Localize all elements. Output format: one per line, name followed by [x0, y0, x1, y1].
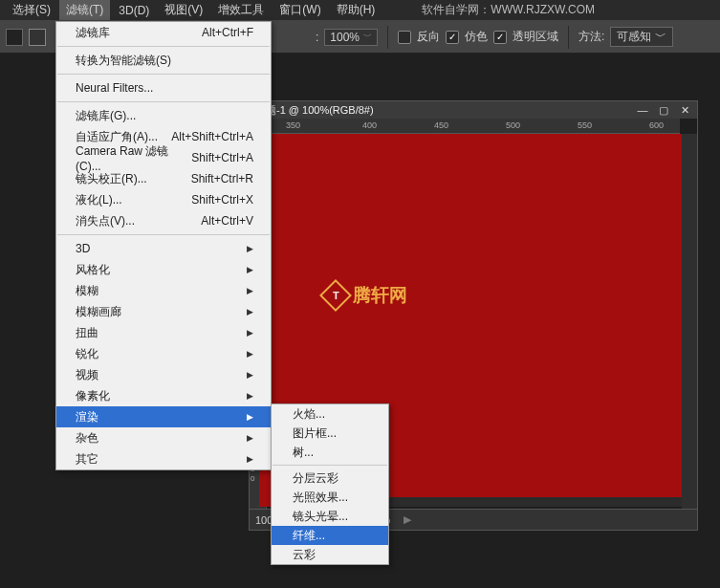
- menu-liquify[interactable]: 液化(L)... Shift+Ctrl+X: [56, 189, 271, 210]
- label: 滤镜库(G)...: [76, 108, 136, 124]
- submenu-pixelate[interactable]: 像素化: [56, 385, 271, 406]
- tool-icon-b[interactable]: [29, 29, 46, 46]
- menu-camera-raw[interactable]: Camera Raw 滤镜(C)... Shift+Ctrl+A: [56, 147, 271, 168]
- close-button[interactable]: ✕: [678, 104, 691, 116]
- menu-filter-gallery[interactable]: 滤镜库(G)...: [56, 105, 271, 126]
- submenu-video[interactable]: 视频: [56, 364, 271, 385]
- watermark-logo: 腾轩网: [324, 283, 407, 308]
- ruler-tick: 500: [506, 120, 520, 130]
- tool-icon-a[interactable]: [6, 29, 23, 46]
- label: 其它: [76, 451, 98, 468]
- method-value: 可感知: [617, 29, 651, 45]
- shortcut: Shift+Ctrl+R: [191, 172, 253, 185]
- menu-vanishing-point[interactable]: 消失点(V)... Alt+Ctrl+V: [56, 210, 271, 231]
- label: 树...: [293, 445, 314, 461]
- separator: [57, 46, 270, 47]
- submenu-blur[interactable]: 模糊: [56, 280, 271, 301]
- submenu-sharpen[interactable]: 锐化: [56, 343, 271, 364]
- ruler-tick: 600: [649, 120, 664, 130]
- label: 光照效果...: [293, 490, 348, 506]
- label: 镜头校正(R)...: [76, 171, 147, 187]
- label: 扭曲: [76, 325, 98, 341]
- separator: [57, 101, 270, 102]
- chevron-down-icon: ﹀: [363, 31, 372, 43]
- render-fibers[interactable]: 纤维...: [272, 526, 388, 545]
- label: 3D: [76, 242, 90, 255]
- render-submenu: 火焰... 图片框... 树... 分层云彩 光照效果... 镜头光晕... 纤…: [271, 403, 389, 565]
- ruler-tick: 0: [251, 474, 254, 483]
- menu-3d[interactable]: 3D(D): [112, 2, 156, 19]
- submenu-blur-gallery[interactable]: 模糊画廊: [56, 301, 271, 322]
- label: 视频: [76, 367, 98, 383]
- watermark-text: 软件自学网：WWW.RJZXW.COM: [422, 2, 595, 18]
- submenu-distort[interactable]: 扭曲: [56, 322, 271, 343]
- label: 风格化: [76, 262, 110, 278]
- label: Camera Raw 滤镜(C)...: [76, 143, 191, 173]
- submenu-noise[interactable]: 杂色: [56, 427, 271, 448]
- label: 火焰...: [293, 406, 325, 423]
- menu-neural-filters[interactable]: Neural Filters...: [56, 77, 271, 98]
- label: 渲染: [76, 409, 98, 425]
- label: Neural Filters...: [76, 81, 153, 95]
- render-clouds[interactable]: 云彩: [272, 545, 388, 564]
- render-difference-clouds[interactable]: 分层云彩: [272, 468, 388, 488]
- render-tree[interactable]: 树...: [272, 443, 388, 462]
- filter-menu: 滤镜库 Alt+Ctrl+F 转换为智能滤镜(S) Neural Filters…: [55, 21, 272, 470]
- submenu-stylize[interactable]: 风格化: [56, 259, 271, 280]
- label: 云彩: [293, 547, 316, 563]
- label: 分层云彩: [293, 470, 338, 487]
- label: 模糊画廊: [76, 304, 121, 320]
- ruler-horizontal[interactable]: 350 400 450 500 550 600: [267, 119, 680, 134]
- minimize-button[interactable]: —: [636, 104, 649, 116]
- menu-view[interactable]: 视图(V): [158, 0, 209, 20]
- label-dither: 仿色: [465, 29, 488, 45]
- separator: [273, 465, 387, 466]
- chevron-down-icon: ﹀: [655, 29, 666, 45]
- menu-help[interactable]: 帮助(H): [330, 0, 382, 20]
- shortcut: Alt+Ctrl+F: [202, 26, 253, 39]
- separator: [57, 234, 270, 235]
- separator: [57, 74, 270, 75]
- label: 锐化: [76, 346, 98, 362]
- submenu-3d[interactable]: 3D: [56, 238, 271, 259]
- ruler-tick: 550: [578, 120, 592, 130]
- method-dropdown[interactable]: 可感知 ﹀: [610, 27, 673, 47]
- submenu-other[interactable]: 其它: [56, 448, 271, 469]
- menu-select[interactable]: 选择(S): [6, 0, 57, 20]
- label-transparent: 透明区域: [513, 29, 558, 45]
- submenu-render[interactable]: 渲染: [56, 406, 271, 427]
- menu-filter[interactable]: 滤镜(T): [59, 0, 110, 20]
- shortcut: Alt+Shift+Ctrl+A: [171, 130, 253, 143]
- label: 像素化: [76, 388, 110, 404]
- menu-bar: 选择(S) 滤镜(T) 3D(D) 视图(V) 增效工具 窗口(W) 帮助(H)…: [0, 0, 720, 21]
- label: 纤维...: [293, 528, 325, 544]
- shortcut: Alt+Ctrl+V: [201, 214, 253, 228]
- ruler-tick: 400: [362, 120, 377, 130]
- document-title: 示题-1 @ 100%(RGB/8#): [255, 103, 374, 118]
- zoom-colon: :: [316, 31, 318, 44]
- zoom-dropdown[interactable]: 100% ﹀: [324, 29, 378, 46]
- shortcut: Shift+Ctrl+A: [191, 151, 253, 164]
- checkbox-dither[interactable]: ✓: [446, 31, 459, 44]
- label: 转换为智能滤镜(S): [76, 53, 171, 69]
- menu-window[interactable]: 窗口(W): [273, 0, 327, 20]
- menu-plugins[interactable]: 增效工具: [211, 0, 271, 20]
- document-titlebar[interactable]: 示题-1 @ 100%(RGB/8#) — ▢ ✕: [250, 101, 697, 119]
- label: 杂色: [76, 430, 98, 446]
- scrollbar-vertical[interactable]: [682, 134, 697, 509]
- method-label: 方法:: [578, 29, 604, 45]
- render-lighting-effects[interactable]: 光照效果...: [272, 488, 388, 507]
- render-lens-flare[interactable]: 镜头光晕...: [272, 507, 388, 526]
- shortcut: Shift+Ctrl+X: [191, 193, 253, 207]
- render-picture-frame[interactable]: 图片框...: [272, 424, 388, 443]
- checkbox-reverse[interactable]: [398, 31, 411, 44]
- checkbox-transparent[interactable]: ✓: [493, 31, 507, 44]
- logo-icon: [319, 279, 352, 312]
- menu-convert-smart[interactable]: 转换为智能滤镜(S): [56, 50, 271, 71]
- label: 液化(L)...: [76, 192, 122, 208]
- render-flame[interactable]: 火焰...: [272, 404, 388, 424]
- label: 图片框...: [293, 425, 337, 442]
- menu-last-filter[interactable]: 滤镜库 Alt+Ctrl+F: [56, 22, 271, 43]
- maximize-button[interactable]: ▢: [657, 104, 670, 116]
- ruler-tick: 450: [434, 120, 448, 130]
